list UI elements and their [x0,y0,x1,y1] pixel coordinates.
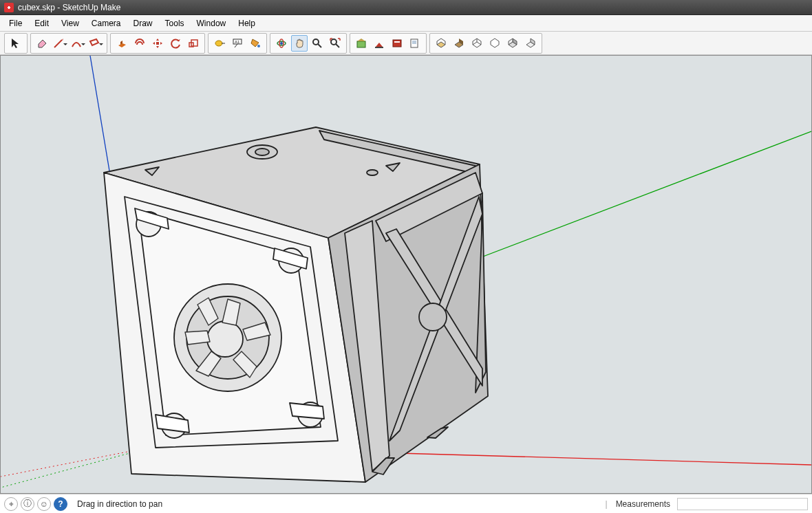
menu-view[interactable]: View [55,17,85,30]
status-separator: | [606,499,608,509]
statusbar: ⌖ ⓘ ☺ ? Drag in direction to pan | Measu… [0,494,812,513]
toolbar-group-camera [270,33,347,54]
select-tool[interactable] [8,35,24,52]
scale-tool[interactable] [185,35,202,52]
svg-marker-20 [357,39,365,41]
toolbar-group-styles [429,33,542,54]
rectangle-tool[interactable] [87,35,104,52]
toolbar-group-measure: A1 [208,33,267,54]
svg-point-15 [313,39,319,45]
svg-rect-2 [156,42,159,45]
svg-rect-22 [393,40,401,47]
svg-line-10 [235,44,237,47]
menu-edit[interactable]: Edit [28,17,55,30]
window-title: cubex.skp - SketchUp Make [18,3,120,12]
svg-rect-19 [357,41,365,47]
menu-camera[interactable]: Camera [85,17,127,30]
svg-line-0 [54,40,62,47]
measurements-input[interactable] [677,498,808,510]
svg-point-44 [367,170,378,175]
svg-point-17 [331,39,336,45]
geolocation-icon[interactable]: ⌖ [4,497,18,511]
arc-tool[interactable] [70,35,86,52]
svg-point-41 [207,321,243,357]
line-tool[interactable] [52,35,68,52]
style-wireframe-icon[interactable] [469,35,485,52]
orbit-tool[interactable] [273,35,290,52]
svg-line-18 [336,44,339,47]
svg-rect-25 [412,41,416,44]
3d-warehouse-icon[interactable] [353,35,370,52]
svg-point-14 [280,42,283,45]
svg-rect-23 [394,41,400,43]
svg-rect-21 [375,47,383,48]
svg-point-43 [255,149,269,155]
text-tool[interactable]: A1 [229,35,246,52]
eraser-tool[interactable] [34,35,50,52]
zoom-tool[interactable] [309,35,325,52]
menu-draw[interactable]: Draw [127,17,159,30]
toolbar-group-modify [110,33,205,54]
svg-line-16 [318,44,321,47]
svg-point-11 [257,45,260,47]
pushpull-tool[interactable] [114,35,130,52]
menubar: File Edit View Camera Draw Tools Window … [0,15,812,32]
status-hint: Drag in direction to pan [77,499,162,509]
toolbar-group-warehouse [350,33,427,54]
help-icon[interactable]: ? [54,497,67,511]
toolbar-group-draw [30,33,107,54]
zoom-extents-tool[interactable] [327,35,343,52]
tape-tool[interactable] [211,35,228,52]
style-monochrome-icon[interactable] [522,35,539,52]
profile-icon[interactable]: ☺ [37,497,51,511]
style-back-icon[interactable] [451,35,467,52]
rotate-tool[interactable] [167,35,184,52]
menu-file[interactable]: File [3,17,28,30]
viewport[interactable] [0,55,812,494]
upload-warehouse-icon[interactable] [371,35,387,52]
offset-tool[interactable] [131,35,148,52]
measurements-label: Measurements [616,499,670,509]
paint-tool[interactable] [247,35,264,52]
move-tool[interactable] [149,35,166,52]
svg-point-6 [215,41,222,46]
style-hiddenline-icon[interactable] [487,35,503,52]
svg-text:A1: A1 [235,40,240,44]
model-canvas [1,56,811,493]
credits-icon[interactable]: ⓘ [21,497,34,511]
pan-tool[interactable] [291,35,308,52]
menu-help[interactable]: Help [232,17,261,30]
menu-window[interactable]: Window [191,17,233,30]
style-shaded-icon[interactable] [504,35,521,52]
titlebar: cubex.skp - SketchUp Make [0,0,812,15]
app-icon [4,3,14,12]
toolbar-group-select [4,33,28,54]
style-xray-icon[interactable] [433,35,449,52]
svg-point-34 [419,303,447,331]
menu-tools[interactable]: Tools [159,17,191,30]
send-to-layout-icon[interactable] [407,35,423,52]
extension-warehouse-icon[interactable] [389,35,405,52]
toolbar: A1 [0,32,812,55]
